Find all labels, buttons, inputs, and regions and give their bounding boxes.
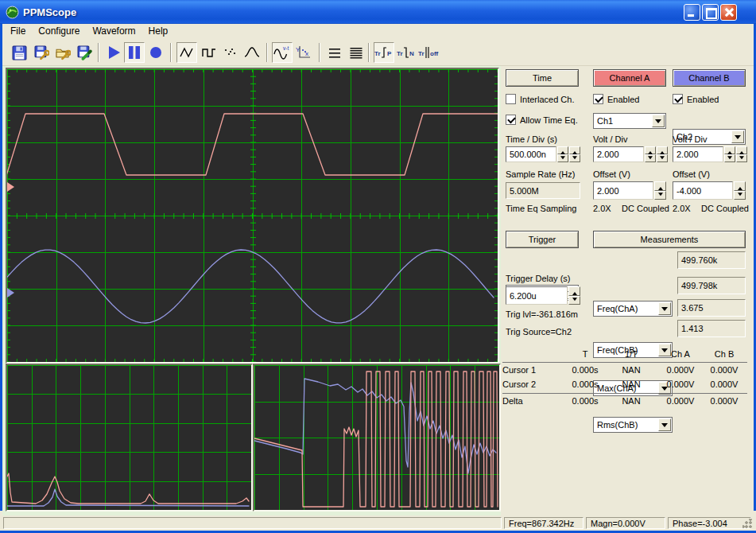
view-voltage-time-button[interactable]: v-t bbox=[272, 42, 293, 63]
svg-text:Tr: Tr bbox=[418, 50, 425, 57]
channel-b-header-button[interactable]: Channel B bbox=[673, 69, 746, 87]
sampling-mode-label: Time Eq Sampling bbox=[506, 204, 576, 213]
trigger-off-icon: Tr off bbox=[418, 45, 440, 60]
waveform-triangle-button[interactable] bbox=[176, 42, 197, 63]
measurement-select-1[interactable]: Freq(ChA) bbox=[593, 301, 673, 317]
offset-a-input[interactable]: 2.000 bbox=[593, 181, 653, 200]
trigger-header-button[interactable]: Trigger bbox=[506, 231, 579, 248]
allow-time-eq-row: Allow Time Eq. bbox=[506, 115, 578, 125]
channel-a-enabled-checkbox[interactable] bbox=[593, 94, 603, 104]
trigger-positive-button[interactable]: Tr P bbox=[374, 42, 394, 63]
record-button[interactable] bbox=[145, 42, 166, 63]
channel-a-enabled-label: Enabled bbox=[607, 95, 639, 104]
measurements-header-button[interactable]: Measurements bbox=[593, 231, 746, 248]
titlebar[interactable]: PPMScope bbox=[0, 0, 756, 24]
time-div-fine-stepper[interactable] bbox=[569, 146, 580, 162]
coupling-a-label: DC Coupled bbox=[622, 204, 669, 213]
sparse-lines-icon bbox=[328, 45, 342, 60]
minimize-button[interactable] bbox=[684, 4, 700, 21]
volt-div-b-input[interactable]: 2.000 bbox=[673, 146, 723, 162]
resize-grip[interactable] bbox=[742, 519, 752, 528]
offset-a-stepper[interactable] bbox=[654, 181, 666, 200]
measurement-value-3: 3.675 bbox=[677, 299, 746, 317]
chevron-down-icon[interactable] bbox=[652, 115, 665, 127]
open-settings-button[interactable] bbox=[52, 42, 73, 63]
scope-area bbox=[2, 66, 501, 515]
close-button[interactable] bbox=[720, 4, 737, 21]
maximize-button[interactable] bbox=[702, 4, 719, 21]
time-div-label: Time / Div (s) bbox=[506, 134, 557, 144]
waveform-square-button[interactable] bbox=[199, 42, 219, 63]
waveform-noise-button[interactable] bbox=[220, 42, 241, 63]
svg-text:P: P bbox=[387, 50, 392, 57]
scope-canvas bbox=[7, 365, 251, 510]
lines-sparse-button[interactable] bbox=[324, 42, 345, 63]
svg-text:Tr: Tr bbox=[397, 50, 403, 57]
time-header-button[interactable]: Time bbox=[506, 69, 579, 87]
status-phase: Phase=-3.004 bbox=[668, 517, 751, 529]
pause-button[interactable] bbox=[124, 42, 145, 63]
channel-b-enabled-label: Enabled bbox=[687, 95, 719, 104]
measurement-metric-4: Rms(ChB) bbox=[597, 420, 638, 430]
offset-b-stepper[interactable] bbox=[734, 181, 746, 200]
channel-b-enabled-row: Enabled bbox=[673, 94, 719, 104]
cursor-col-t: T bbox=[561, 349, 609, 359]
cursor1-chb: 0.000V bbox=[701, 365, 747, 375]
cursor1-t: 0.000s bbox=[561, 365, 609, 375]
cursor2-chb: 0.000V bbox=[701, 379, 747, 389]
trigger-delay-stepper[interactable] bbox=[568, 286, 580, 305]
chevron-down-icon[interactable] bbox=[658, 302, 671, 315]
dense-lines-icon bbox=[349, 45, 363, 60]
lines-dense-button[interactable] bbox=[346, 42, 366, 63]
trigger-off-button[interactable]: Tr off bbox=[417, 42, 441, 63]
allow-time-eq-label: Allow Time Eq. bbox=[520, 115, 578, 125]
volt-div-a-label: Volt / Div bbox=[593, 134, 627, 144]
view-xy-button[interactable]: Y x bbox=[293, 42, 314, 63]
save-button[interactable] bbox=[9, 42, 29, 63]
xy-view-icon: Y x bbox=[295, 45, 312, 60]
sample-rate-label: Sample Rate (Hz) bbox=[506, 169, 575, 179]
svg-text:v-t: v-t bbox=[283, 45, 289, 51]
save-settings-button[interactable] bbox=[31, 42, 52, 63]
channel-b-enabled-checkbox[interactable] bbox=[673, 94, 683, 104]
cursor-col-cha: Ch A bbox=[657, 349, 704, 359]
waveform-gaussian-button[interactable] bbox=[242, 42, 262, 63]
time-div-input[interactable]: 500.000n bbox=[506, 146, 556, 162]
interlaced-checkbox[interactable] bbox=[506, 94, 516, 104]
volt-div-b-fine-stepper[interactable] bbox=[736, 146, 747, 162]
volt-div-b-coarse-stepper[interactable] bbox=[724, 146, 735, 162]
main-scope-display[interactable] bbox=[6, 68, 499, 364]
volt-div-a-coarse-stepper[interactable] bbox=[645, 146, 656, 162]
time-div-coarse-stepper[interactable] bbox=[557, 146, 568, 162]
run-button[interactable] bbox=[103, 42, 124, 63]
chevron-down-icon[interactable] bbox=[658, 418, 671, 431]
cursor2-cha: 0.000V bbox=[657, 379, 704, 389]
capture-buffer-display[interactable] bbox=[253, 364, 501, 512]
menu-item-file[interactable]: File bbox=[6, 25, 30, 37]
volt-div-b-label: Volt / Div bbox=[673, 134, 707, 144]
gain-b-label: 2.0X bbox=[673, 204, 691, 213]
menu-item-waveform[interactable]: Waveform bbox=[87, 25, 140, 37]
channel-a-header-button[interactable]: Channel A bbox=[593, 69, 666, 87]
menu-item-configure[interactable]: Configure bbox=[33, 25, 84, 37]
voltage-time-view-icon: v-t bbox=[273, 45, 291, 60]
svg-text:N: N bbox=[409, 50, 414, 57]
menu-item-help[interactable]: Help bbox=[144, 25, 173, 37]
volt-div-a-fine-stepper[interactable] bbox=[657, 146, 668, 162]
delta-invt: NAN bbox=[607, 396, 655, 406]
window-title: PPMScope bbox=[23, 6, 76, 18]
toolbar: v-t Y x bbox=[2, 38, 754, 66]
trigger-positive-icon: Tr P bbox=[374, 45, 394, 60]
coupling-b-label: DC Coupled bbox=[701, 204, 749, 213]
export-button[interactable] bbox=[74, 42, 95, 63]
allow-time-eq-checkbox[interactable] bbox=[506, 115, 516, 125]
volt-div-a-input[interactable]: 2.000 bbox=[593, 146, 644, 162]
trigger-negative-button[interactable]: Tr N bbox=[396, 42, 417, 63]
trigger-delay-input[interactable]: 6.200u bbox=[506, 286, 568, 305]
spectrum-display[interactable] bbox=[6, 364, 253, 512]
offset-b-input[interactable]: -4.000 bbox=[673, 181, 733, 200]
channel-a-source-select[interactable]: Ch1 bbox=[593, 113, 666, 129]
svg-text:Y: Y bbox=[296, 46, 300, 53]
measurement-select-4[interactable]: Rms(ChB) bbox=[593, 417, 673, 433]
chevron-down-icon[interactable] bbox=[731, 130, 744, 143]
